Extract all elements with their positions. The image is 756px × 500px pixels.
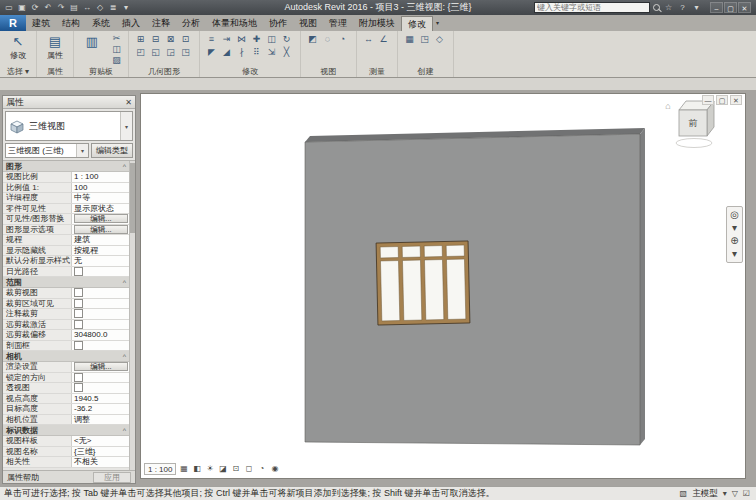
group-header-graphics[interactable]: 图形 ^ [3,161,129,172]
close-icon[interactable]: ✕ [125,98,132,107]
visual-style-icon[interactable]: ◧ [190,463,203,475]
extend-icon[interactable]: ◢ [219,46,234,59]
properties-scrollbar[interactable] [129,161,135,470]
search-icon[interactable] [653,4,660,11]
viewcube-compass-ring[interactable] [676,139,712,148]
drawing-area[interactable]: ⌂ 前 —▢✕ ◎▾⊕▾ 1 : 100 ▦◧☀◪⊡◻◔◉ [140,93,746,479]
tab-manage[interactable]: 管理 [323,16,353,31]
scrollbar-thumb[interactable] [130,163,135,233]
window-pane[interactable] [424,246,442,257]
editable-only-icon[interactable]: ☑ [743,489,750,498]
window-pane[interactable] [380,247,398,258]
cut-icon[interactable]: ✂ [109,33,124,44]
apply-button[interactable]: 应用 [93,472,131,483]
group-header-identity[interactable]: 标识数据 ^ [3,425,129,436]
collapse-icon[interactable]: ^ [123,163,126,170]
tab-modify[interactable]: 修改 [401,16,433,31]
split-face-icon[interactable]: ⊠ [163,33,178,46]
window-pane[interactable] [402,260,421,320]
window-pane[interactable] [446,259,465,319]
copy-icon[interactable]: ◫ [109,44,124,55]
beam-cope-icon[interactable]: ◳ [178,46,193,59]
undo-icon[interactable]: ↶ [42,1,54,15]
filter-icon[interactable]: ▽ [732,489,738,498]
help-icon[interactable]: ? [677,3,688,12]
view-restore-button[interactable]: ▢ [716,95,728,105]
create-group-icon[interactable]: ▦ [402,33,417,46]
wall-side-face[interactable] [640,128,645,445]
modify-select-button[interactable]: ↖ 修改 [4,33,32,61]
panel-label-select[interactable]: 选择 ▾ [0,67,36,77]
application-menu-button[interactable]: R [0,15,26,31]
view-selector[interactable]: 三维视图 (三维) ▾ [5,143,89,158]
edit-type-button[interactable]: 编辑类型 [91,143,133,158]
window-element[interactable] [376,241,470,325]
rotate-icon[interactable]: ↻ [279,33,294,46]
group-header-extents[interactable]: 范围 ^ [3,277,129,288]
view-minimize-button[interactable]: — [702,95,714,105]
crop-view-icon[interactable]: ⊡ [229,463,242,475]
array-icon[interactable]: ⠿ [249,46,264,59]
properties-palette-button[interactable]: ▤ 属性 [41,33,69,61]
worksets-icon[interactable]: ▧ [680,489,688,498]
reveal-hidden-elements-icon[interactable]: ◉ [268,463,281,475]
trim-icon[interactable]: ◤ [204,46,219,59]
tab-systems[interactable]: 系统 [86,16,116,31]
measure-between-icon[interactable]: ↔ [361,33,376,46]
scale-icon[interactable]: ⇲ [264,46,279,59]
cut-geometry-icon[interactable]: ⊞ [133,33,148,46]
window-pane[interactable] [424,260,443,320]
tab-analyze[interactable]: 分析 [176,16,206,31]
tab-insert[interactable]: 插入 [116,16,146,31]
properties-palette-header[interactable]: 属性 ✕ [3,96,135,109]
open-icon[interactable]: ▭ [3,1,15,15]
split-element-icon[interactable]: ∤ [234,46,249,59]
temporary-hide-isolate-icon[interactable]: ◔ [255,463,268,475]
angular-dimension-icon[interactable]: ∠ [376,33,391,46]
restore-button[interactable]: ▢ [724,2,737,13]
view-scale-button[interactable]: 1 : 100 [144,463,176,475]
mirror-icon[interactable]: ⋈ [234,33,249,46]
main-model-caret[interactable]: ▾ [723,489,727,498]
tab-structure[interactable]: 结构 [56,16,86,31]
tab-addins[interactable]: 附加模块 [353,16,401,31]
tab-annotate[interactable]: 注释 [146,16,176,31]
chevron-down-icon[interactable]: ▾ [120,112,132,140]
join-geometry-icon[interactable]: ⊟ [148,33,163,46]
shadows-icon[interactable]: ◪ [216,463,229,475]
default-3d-view-icon[interactable]: ◇ [94,1,106,15]
close-button[interactable]: ✕ [738,2,751,13]
temporary-hide-isolate-icon[interactable]: ◔ [335,33,350,46]
wall[interactable] [305,134,640,445]
collapse-icon[interactable]: ^ [123,353,126,360]
show-crop-region-icon[interactable]: ◻ [242,463,255,475]
detail-level-icon[interactable]: ▦ [177,463,190,475]
print-icon[interactable]: ▤ [68,1,80,15]
steering-wheel-icon[interactable]: ◎ [730,209,739,221]
zoom-icon[interactable]: ⊕ [730,235,738,247]
window-pane[interactable] [380,261,399,321]
save-icon[interactable]: ▣ [16,1,28,15]
infocenter-search-input[interactable] [534,2,650,13]
collapse-icon[interactable]: ^ [123,279,126,286]
paint-icon[interactable]: ⊡ [178,33,193,46]
favorites-icon[interactable]: ☆ [663,3,674,12]
move-icon[interactable]: ✚ [249,33,264,46]
wheel-menu-caret[interactable]: ▾ [732,222,737,234]
window-pane[interactable] [402,246,420,257]
viewcube-home-icon[interactable]: ⌂ [665,101,670,111]
properties-help-link[interactable]: 属性帮助 [7,472,39,483]
demolish-icon[interactable]: ◱ [148,46,163,59]
active-model-label[interactable]: 主模型 [692,488,718,500]
zoom-menu-caret[interactable]: ▾ [732,248,737,260]
copy-element-icon[interactable]: ◫ [264,33,279,46]
create-assembly-icon[interactable]: ◇ [432,33,447,46]
window-pane[interactable] [446,245,464,256]
chevron-down-icon[interactable]: ▾ [76,144,88,157]
create-similar-icon[interactable]: ◳ [417,33,432,46]
tab-architecture[interactable]: 建筑 [26,16,56,31]
thin-lines-icon[interactable]: ≣ [107,1,119,15]
measure-icon[interactable]: ↔ [81,1,93,15]
tab-collaborate[interactable]: 协作 [263,16,293,31]
align-icon[interactable]: ≡ [204,33,219,46]
